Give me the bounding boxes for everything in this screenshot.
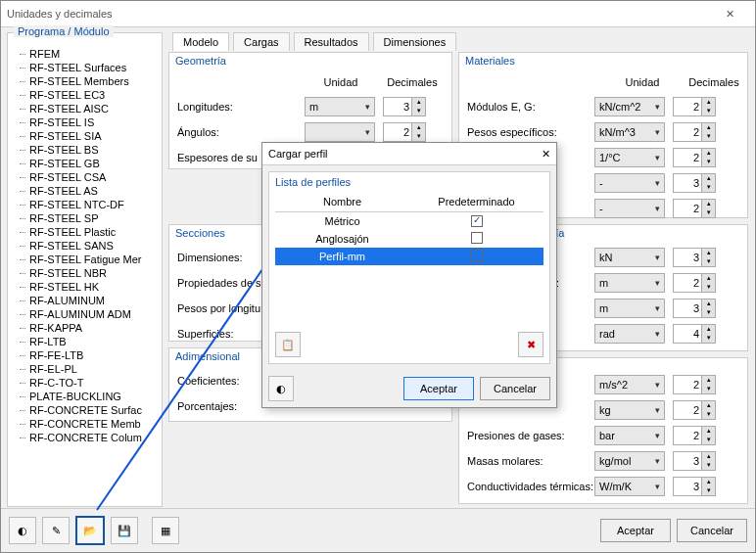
default-icon[interactable]: ▦ — [152, 517, 179, 544]
tree-item[interactable]: RF-KAPPA — [12, 321, 158, 335]
col-unit: Unidad — [307, 76, 375, 88]
group-title-secciones: Secciones — [175, 227, 225, 239]
tree-item[interactable]: RF-STEEL SANS — [12, 239, 158, 253]
tree-item[interactable]: RF-STEEL IS — [12, 115, 158, 129]
tree-item[interactable]: RF-STEEL GB — [12, 157, 158, 170]
dialog-close-icon[interactable]: ✕ — [542, 148, 550, 161]
tree-item[interactable]: RF-LTB — [12, 335, 158, 348]
save-profile-icon[interactable]: 💾 — [111, 517, 138, 544]
tree-item[interactable]: RF-STEEL NTC-DF — [12, 198, 158, 211]
decimals-spin[interactable]: 2▴▾ — [383, 122, 426, 142]
group-title-adimensional: Adimensional — [175, 350, 240, 362]
default-checkbox[interactable] — [471, 232, 483, 244]
unit-combo[interactable]: -▾ — [594, 199, 665, 218]
tree-item[interactable]: RF-STEEL Plastic — [12, 225, 158, 239]
group-title-geometria: Geometría — [175, 55, 226, 67]
decimals-spin[interactable]: 3▴▾ — [383, 97, 426, 116]
decimals-spin[interactable]: 2▴▾ — [673, 148, 716, 167]
decimals-spin[interactable]: 3▴▾ — [673, 477, 716, 496]
tree-item[interactable]: RF-CONCRETE Memb — [12, 417, 158, 431]
unit-combo[interactable]: kN/m^3▾ — [594, 122, 665, 142]
tree-item[interactable]: RF-EL-PL — [12, 362, 158, 376]
delete-icon[interactable]: ✖ — [518, 332, 543, 357]
unit-combo[interactable]: kN▾ — [594, 248, 665, 267]
decimals-spin[interactable]: 2▴▾ — [673, 199, 716, 218]
ok-button[interactable]: Aceptar — [600, 519, 671, 542]
default-checkbox[interactable] — [471, 215, 483, 227]
tree-item[interactable]: RF-C-TO-T — [12, 376, 158, 390]
profile-row[interactable]: Perfil-mm — [275, 248, 543, 265]
window-title: Unidades y decimales — [7, 8, 113, 20]
profile-list[interactable]: MétricoAnglosajónPerfil-mm — [275, 212, 543, 320]
decimals-spin[interactable]: 3▴▾ — [673, 299, 716, 318]
sidebar-group: Programa / Módulo RFEMRF-STEEL SurfacesR… — [7, 32, 163, 507]
unit-combo[interactable]: kg▾ — [594, 400, 665, 420]
dialog-help-icon[interactable]: ◐ — [268, 376, 294, 401]
default-checkbox[interactable] — [471, 250, 483, 261]
unit-combo[interactable]: -▾ — [594, 173, 665, 193]
decimals-spin[interactable]: 4▴▾ — [673, 324, 716, 344]
tab-resultados[interactable]: Resultados — [294, 32, 369, 51]
tree-item[interactable]: RF-ALUMINUM — [12, 294, 158, 307]
unit-combo[interactable]: W/m/K▾ — [594, 477, 665, 496]
decimals-spin[interactable]: 3▴▾ — [673, 173, 716, 193]
tree-item[interactable]: RFEM — [12, 47, 158, 61]
unit-combo[interactable]: kN/cm^2▾ — [594, 97, 665, 116]
dialog-cancel-button[interactable]: Cancelar — [480, 377, 550, 400]
unit-combo[interactable]: m▾ — [594, 273, 665, 293]
decimals-spin[interactable]: 3▴▾ — [673, 248, 716, 267]
help-icon[interactable]: ◐ — [9, 517, 36, 544]
open-profile-icon[interactable]: 📂 — [75, 516, 105, 545]
tree-item[interactable]: RF-STEEL AISC — [12, 102, 158, 115]
col-default: Predeterminado — [409, 192, 543, 211]
unit-combo[interactable]: ▾ — [305, 122, 375, 142]
tree-item[interactable]: RF-STEEL SIA — [12, 129, 158, 143]
edit-icon[interactable]: ✎ — [42, 517, 70, 544]
decimals-spin[interactable]: 2▴▾ — [673, 400, 716, 420]
tree-item[interactable]: PLATE-BUCKLING — [12, 390, 158, 403]
profile-row[interactable]: Métrico — [275, 212, 543, 230]
decimals-spin[interactable]: 2▴▾ — [673, 375, 716, 394]
field-label: Pesos específicos: — [467, 126, 594, 138]
tab-modelo[interactable]: Modelo — [172, 32, 229, 51]
profile-name: Perfil-mm — [275, 251, 409, 262]
unit-combo[interactable]: 1/°C▾ — [594, 148, 665, 167]
tree-item[interactable]: RF-FE-LTB — [12, 348, 158, 362]
tab-dimensiones[interactable]: Dimensiones — [373, 32, 457, 51]
unit-combo[interactable]: m▾ — [594, 299, 665, 318]
tree-item[interactable]: RF-STEEL HK — [12, 280, 158, 294]
copy-icon[interactable]: 📋 — [275, 332, 301, 357]
decimals-spin[interactable]: 2▴▾ — [673, 426, 716, 445]
profile-row[interactable]: Anglosajón — [275, 230, 543, 248]
tab-cargas[interactable]: Cargas — [233, 32, 289, 51]
tree-item[interactable]: RF-STEEL NBR — [12, 266, 158, 280]
group-title-materiales: Materiales — [465, 55, 515, 67]
unit-combo[interactable]: bar▾ — [594, 426, 665, 445]
tree-item[interactable]: RF-CONCRETE Colum — [12, 431, 158, 444]
decimals-spin[interactable]: 2▴▾ — [673, 273, 716, 293]
unit-combo[interactable]: rad▾ — [594, 324, 665, 344]
tree-item[interactable]: RF-STEEL Members — [12, 74, 158, 88]
dialog-ok-button[interactable]: Aceptar — [403, 377, 474, 400]
tree-item[interactable]: RF-STEEL Fatigue Mer — [12, 253, 158, 266]
footer: ◐ ✎ 📂 💾 ▦ Aceptar Cancelar — [1, 508, 755, 552]
field-label: Masas molares: — [467, 455, 594, 467]
tree-item[interactable]: RF-STEEL SP — [12, 211, 158, 225]
tree-item[interactable]: RF-ALUMINUM ADM — [12, 307, 158, 321]
unit-combo[interactable]: m▾ — [305, 97, 375, 116]
cancel-button[interactable]: Cancelar — [677, 519, 747, 542]
decimals-spin[interactable]: 2▴▾ — [673, 122, 716, 142]
unit-combo[interactable]: kg/mol▾ — [594, 451, 665, 471]
field-label: Longitudes: — [177, 101, 305, 113]
decimals-spin[interactable]: 2▴▾ — [673, 97, 716, 116]
unit-combo[interactable]: m/s^2▾ — [594, 375, 665, 394]
tree-item[interactable]: RF-STEEL CSA — [12, 170, 158, 184]
tree-item[interactable]: RF-STEEL AS — [12, 184, 158, 198]
close-icon[interactable]: ✕ — [710, 8, 749, 21]
tree-item[interactable]: RF-STEEL Surfaces — [12, 61, 158, 74]
tree-item[interactable]: RF-CONCRETE Surfac — [12, 403, 158, 417]
decimals-spin[interactable]: 3▴▾ — [673, 451, 716, 471]
tree-item[interactable]: RF-STEEL BS — [12, 143, 158, 157]
tree-item[interactable]: RF-STEEL EC3 — [12, 88, 158, 102]
module-tree[interactable]: RFEMRF-STEEL SurfacesRF-STEEL MembersRF-… — [12, 43, 158, 506]
